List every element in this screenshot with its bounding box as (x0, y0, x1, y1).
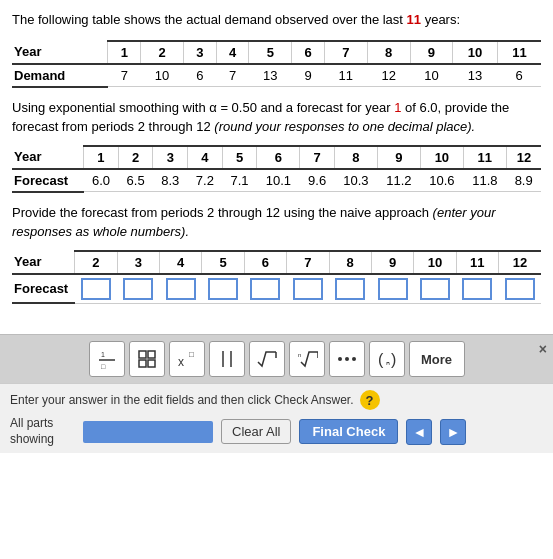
demand-val-11: 6 (497, 64, 541, 87)
demand-val-6: 9 (292, 64, 325, 87)
exp-val-7: 9.6 (300, 169, 335, 192)
naive-input-10-cell (414, 274, 456, 304)
clear-all-button[interactable]: Clear All (221, 419, 291, 444)
naive-col-4: 4 (160, 251, 202, 274)
demand-col-1: 1 (108, 41, 141, 64)
naive-input-7[interactable] (293, 278, 323, 300)
demand-val-1: 7 (108, 64, 141, 87)
naive-input-12[interactable] (505, 278, 535, 300)
svg-text:(: ( (378, 351, 384, 368)
exp-val-4: 7.2 (188, 169, 223, 192)
naive-col-8: 8 (329, 251, 371, 274)
exp-year-header: Year (12, 146, 84, 169)
superscript-button[interactable]: x □ (169, 341, 205, 377)
demand-label: Demand (12, 64, 108, 87)
nth-root-button[interactable]: n (289, 341, 325, 377)
naive-input-8-cell (329, 274, 371, 304)
progress-bar (83, 421, 213, 443)
naive-input-9-cell (371, 274, 413, 304)
demand-table: Year 1 2 3 4 5 6 7 8 9 10 11 Demand 7 10… (12, 40, 541, 88)
exp-col-4: 4 (188, 146, 223, 169)
naive-col-6: 6 (244, 251, 286, 274)
demand-val-10: 13 (453, 64, 497, 87)
naive-col-9: 9 (371, 251, 413, 274)
naive-input-10[interactable] (420, 278, 450, 300)
close-button[interactable]: × (539, 341, 547, 357)
naive-input-4-cell (160, 274, 202, 304)
next-button[interactable]: ► (440, 419, 466, 445)
naive-input-4[interactable] (166, 278, 196, 300)
final-check-button[interactable]: Final Check (299, 419, 398, 444)
bottom-controls: All partsshowing Clear All Final Check ◄… (10, 416, 543, 447)
matrix-button[interactable] (129, 341, 165, 377)
more-label: More (421, 352, 452, 367)
naive-input-11-cell (456, 274, 498, 304)
naive-input-3-cell (117, 274, 159, 304)
demand-col-7: 7 (324, 41, 367, 64)
exp-val-3: 8.3 (153, 169, 188, 192)
hint-text: Enter your answer in the edit fields and… (10, 393, 354, 407)
exp-forecast-table: Year 1 2 3 4 5 6 7 8 9 10 11 12 Forecast… (12, 145, 541, 193)
naive-col-10: 10 (414, 251, 456, 274)
svg-point-15 (345, 357, 349, 361)
prev-button[interactable]: ◄ (406, 419, 432, 445)
exp-val-11: 11.8 (463, 169, 506, 192)
naive-year-header: Year (12, 251, 75, 274)
naive-col-12: 12 (499, 251, 541, 274)
dots-icon (336, 348, 358, 370)
svg-text:□: □ (189, 350, 194, 359)
more-button[interactable]: More (409, 341, 465, 377)
svg-point-14 (338, 357, 342, 361)
dots-button[interactable] (329, 341, 365, 377)
absolute-value-button[interactable] (209, 341, 245, 377)
demand-val-3: 6 (183, 64, 216, 87)
hint-icon[interactable]: ? (360, 390, 380, 410)
svg-rect-5 (139, 360, 146, 367)
svg-rect-3 (139, 351, 146, 358)
exp-forecast-label: Forecast (12, 169, 84, 192)
naive-input-2-cell (75, 274, 117, 304)
exp-col-3: 3 (153, 146, 188, 169)
demand-col-8: 8 (367, 41, 410, 64)
answer-hint: Enter your answer in the edit fields and… (10, 390, 543, 410)
naive-input-5[interactable] (208, 278, 238, 300)
naive-forecast-label: Forecast (12, 274, 75, 304)
nth-root-icon: n (296, 348, 318, 370)
section3-main: Provide the forecast from periods 2 thro… (12, 205, 433, 220)
math-toolbar-area: × 1 □ x □ (0, 334, 553, 383)
exp-col-6: 6 (257, 146, 300, 169)
naive-input-3[interactable] (123, 278, 153, 300)
naive-forecast-row: Forecast (12, 274, 541, 304)
naive-input-9[interactable] (378, 278, 408, 300)
naive-input-6[interactable] (250, 278, 280, 300)
demand-col-4: 4 (216, 41, 249, 64)
section2-year: 1 (394, 100, 401, 115)
svg-rect-4 (148, 351, 155, 358)
naive-input-8[interactable] (335, 278, 365, 300)
intro-text2: years: (421, 12, 460, 27)
fraction-icon: 1 □ (96, 348, 118, 370)
fraction-button[interactable]: 1 □ (89, 341, 125, 377)
naive-input-6-cell (244, 274, 286, 304)
brackets-icon: ( ₙ ) (376, 348, 398, 370)
demand-col-5: 5 (249, 41, 292, 64)
sqrt-button[interactable] (249, 341, 285, 377)
math-toolbar: 1 □ x □ (89, 341, 465, 377)
demand-val-4: 7 (216, 64, 249, 87)
demand-col-6: 6 (292, 41, 325, 64)
naive-col-5: 5 (202, 251, 244, 274)
intro-years: 11 (407, 12, 421, 27)
naive-col-7: 7 (287, 251, 329, 274)
exp-col-11: 11 (463, 146, 506, 169)
svg-text:): ) (391, 351, 396, 368)
naive-input-2[interactable] (81, 278, 111, 300)
exp-val-2: 6.5 (118, 169, 153, 192)
naive-input-11[interactable] (462, 278, 492, 300)
sqrt-icon (256, 348, 278, 370)
naive-forecast-table: Year 2 3 4 5 6 7 8 9 10 11 12 Forecast (12, 250, 541, 305)
exp-forecast-row: Forecast 6.0 6.5 8.3 7.2 7.1 10.1 9.6 10… (12, 169, 541, 192)
demand-val-8: 12 (367, 64, 410, 87)
brackets-button[interactable]: ( ₙ ) (369, 341, 405, 377)
exp-val-12: 8.9 (506, 169, 541, 192)
next-icon: ► (446, 424, 460, 440)
